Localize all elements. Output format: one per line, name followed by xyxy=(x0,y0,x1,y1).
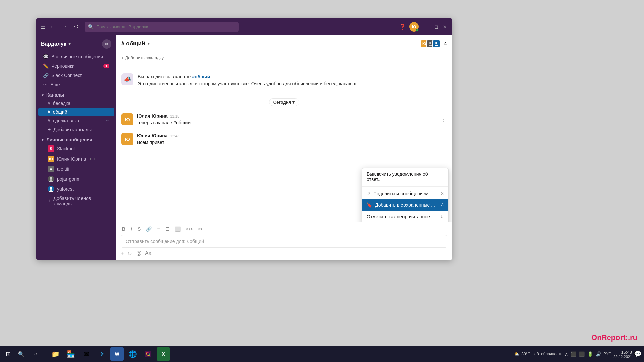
crop-button[interactable]: ✂ xyxy=(197,226,204,232)
taskbar-app-slack[interactable] xyxy=(141,347,155,361)
list-unordered-button[interactable]: ☰ xyxy=(164,226,171,232)
emoji-button[interactable]: ☺ xyxy=(127,250,132,256)
message-1-more-icon[interactable]: ⋮ xyxy=(441,115,447,123)
bookmark-bar: + Добавить закладку xyxy=(116,52,452,64)
minimize-button[interactable]: – xyxy=(425,24,431,30)
message-2-avatar: Ю xyxy=(121,133,133,145)
clock-date: 22.12.2021 xyxy=(613,355,632,359)
code-button[interactable]: </> xyxy=(185,226,194,232)
channel-hash-icon-3: # xyxy=(48,118,50,123)
tray-arrow-icon[interactable]: ∧ xyxy=(565,351,568,357)
ctx-item-save[interactable]: 🔖 Добавить в сохраненные ... A xyxy=(362,199,448,211)
strikethrough-button[interactable]: S xyxy=(136,226,142,232)
volume-icon[interactable]: 🔊 xyxy=(596,351,601,357)
taskbar-app-files[interactable]: 📁 xyxy=(49,347,62,361)
menu-icon[interactable]: ☰ xyxy=(40,24,45,30)
svg-rect-8 xyxy=(145,351,151,357)
text-format-button[interactable]: Aa xyxy=(145,250,152,256)
workspace-header: Вардалук ▼ ✏ xyxy=(36,35,116,52)
add-bookmark-button[interactable]: + Добавить закладку xyxy=(121,55,164,60)
start-button[interactable]: ⊞ xyxy=(3,349,13,359)
bold-button[interactable]: B xyxy=(121,226,127,232)
ctx-item-share[interactable]: ↗ Поделиться сообщением... S xyxy=(362,188,448,199)
search-bar[interactable]: 🔍 xyxy=(85,22,239,32)
message-input-placeholder[interactable]: Отправить сообщение для: #общий xyxy=(121,235,447,248)
taskbar-app-mail[interactable]: ✉ xyxy=(79,347,93,361)
mention-button[interactable]: @ xyxy=(136,250,142,256)
sidebar-dm-pojar[interactable]: pojar-gorim xyxy=(38,174,114,184)
sidebar-item-more[interactable]: ⋯ Еще xyxy=(38,80,114,89)
link-button[interactable]: 🔗 xyxy=(145,226,153,232)
add-attachment-button[interactable]: + xyxy=(121,250,124,256)
taskbar: ⊞ 🔍 ○ 📁 🏪 ✉ ✈ W 🌐 X ⛅ 30°С Неб. облачнос… xyxy=(0,346,644,362)
taskbar-app-word[interactable]: W xyxy=(110,347,124,361)
taskbar-divider xyxy=(45,350,45,358)
taskbar-widget-button[interactable]: ○ xyxy=(30,348,42,360)
taskbar-search-button[interactable]: 🔍 xyxy=(15,348,28,360)
sidebar-dm-yuforest[interactable]: yuforest xyxy=(38,184,114,194)
dm-avatar-yulia: Ю xyxy=(48,156,54,162)
channel-dropdown-icon[interactable]: ▾ xyxy=(148,41,150,46)
date-line-left xyxy=(121,102,266,102)
sidebar-item-slack-connect-label: Slack Connect xyxy=(51,73,109,78)
taskbar-app-store[interactable]: 🏪 xyxy=(64,347,77,361)
more-icon: ⋯ xyxy=(43,82,48,87)
sidebar-dm-aleftiti[interactable]: a aleftiti xyxy=(38,164,114,174)
add-members-button[interactable]: + Добавить членов команды xyxy=(38,194,114,208)
channel-name-общий: общий xyxy=(53,109,67,115)
help-button[interactable]: ❓ xyxy=(399,24,406,30)
svg-rect-11 xyxy=(147,355,150,356)
dm-section-header[interactable]: ▼ Личные сообщения xyxy=(36,134,116,144)
restore-button[interactable]: ◻ xyxy=(433,24,439,30)
member-avatar-3 xyxy=(432,40,440,48)
notification-icon[interactable]: 💬 xyxy=(634,350,641,358)
sidebar-item-all-dm[interactable]: 💬 Все личные сообщения xyxy=(38,52,114,61)
taskbar-app-telegram[interactable]: ✈ xyxy=(95,347,108,361)
sidebar-item-slack-connect[interactable]: 🔗 Slack Connect xyxy=(38,71,114,80)
svg-point-2 xyxy=(50,187,52,190)
user-avatar-button[interactable]: Ю xyxy=(409,22,419,32)
add-channel-button[interactable]: + Добавить каналы xyxy=(38,125,114,134)
dm-avatar-pojar xyxy=(48,176,54,182)
svg-point-3 xyxy=(49,190,53,192)
list-indent-button[interactable]: ⬜ xyxy=(174,226,182,232)
svg-point-7 xyxy=(435,45,438,46)
member-avatars: Ю xyxy=(422,40,440,48)
sidebar-channel-общий[interactable]: # общий xyxy=(38,108,114,116)
search-input[interactable] xyxy=(96,24,235,29)
channel-name-беседка: беседка xyxy=(53,101,71,106)
sidebar-channel-beседка[interactable]: # беседка xyxy=(38,99,114,107)
sidebar-dm-yulia[interactable]: Ю Юлия Юрина Вы xyxy=(38,154,114,164)
message-1-content: Юлия Юрина 11:15 теперь в канале #общий. xyxy=(137,113,437,126)
dm-name-yulia: Юлия Юрина xyxy=(57,156,86,162)
date-badge[interactable]: Сегодня ▾ xyxy=(269,98,299,106)
list-ordered-button[interactable]: ≡ xyxy=(156,226,161,232)
history-button[interactable]: ⏲ xyxy=(72,22,81,31)
add-members-plus-icon: + xyxy=(48,198,51,204)
taskbar-app-excel[interactable]: X xyxy=(157,347,170,361)
ctx-item-mute[interactable]: Выключить уведомления об ответ... xyxy=(362,168,448,185)
close-button[interactable]: ✕ xyxy=(442,24,448,30)
sidebar-dm-slackbot[interactable]: S Slackbot xyxy=(38,144,114,154)
context-menu: Выключить уведомления об ответ... ↗ Поде… xyxy=(362,168,449,222)
network-icon[interactable]: ⬛ xyxy=(571,351,576,357)
back-button[interactable]: ← xyxy=(48,22,57,31)
date-divider: Сегодня ▾ xyxy=(121,98,447,106)
screen-icon[interactable]: ⬛ xyxy=(579,351,585,357)
messages-area[interactable]: 📣 Вы находитесь в канале #общий Это един… xyxy=(116,64,452,222)
compose-button[interactable]: ✏ xyxy=(102,39,111,49)
message-1-time: 11:15 xyxy=(170,114,180,118)
taskbar-clock[interactable]: 15:48 22.12.2021 xyxy=(613,350,632,359)
battery-icon[interactable]: 🔋 xyxy=(587,351,593,357)
title-bar-right: ❓ Ю – ◻ ✕ xyxy=(399,22,448,32)
forward-button[interactable]: → xyxy=(60,22,69,31)
sidebar-item-drafts[interactable]: ✏️ Черновики 1 xyxy=(38,62,114,70)
ctx-item-unread[interactable]: Отметить как непрочитанное U xyxy=(362,211,448,222)
taskbar-icons: ∧ ⬛ ⬛ 🔋 🔊 xyxy=(565,351,601,357)
sidebar-channel-сделка[interactable]: # сделка-века ✏ xyxy=(38,117,114,125)
taskbar-app-chrome[interactable]: 🌐 xyxy=(126,347,139,361)
channels-section-header[interactable]: ▼ Каналы xyxy=(36,89,116,99)
member-count: 4 xyxy=(444,41,447,46)
workspace-name-button[interactable]: Вардалук ▼ xyxy=(41,41,72,47)
italic-button[interactable]: I xyxy=(129,226,133,232)
